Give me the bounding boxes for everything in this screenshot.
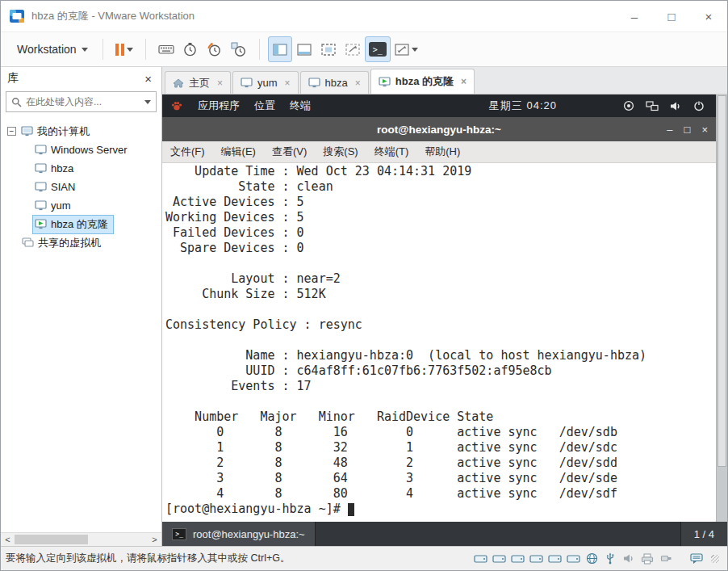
screen-record-icon[interactable] <box>623 100 634 111</box>
suspend-vm-button[interactable] <box>111 36 137 62</box>
workstation-menu-label: Workstation <box>17 43 77 56</box>
menu-file[interactable]: 文件(F) <box>170 145 205 159</box>
task-label: root@hexiangyu-hbza:~ <box>193 528 305 540</box>
snapshot-manager-button[interactable] <box>227 36 251 62</box>
tree-item-shared-vms[interactable]: 共享的虚拟机 <box>1 233 161 252</box>
terminal-window-controls: – □ × <box>667 117 708 141</box>
menu-help[interactable]: 帮助(H) <box>425 145 460 159</box>
sound-card-icon[interactable] <box>621 552 636 566</box>
terminal-cursor <box>348 503 355 516</box>
tree-item-hbza[interactable]: hbza <box>1 159 161 178</box>
keyboard-icon <box>158 43 174 56</box>
usb-controller-icon[interactable] <box>603 552 617 566</box>
tab-home[interactable]: 主页 × <box>165 71 231 94</box>
hard-disk-icon[interactable] <box>547 552 562 566</box>
hard-disk-icon[interactable] <box>529 552 543 566</box>
network-icon[interactable] <box>646 101 659 111</box>
unity-mode-button[interactable] <box>341 36 365 62</box>
guest-taskbar: >_ root@hexiangyu-hbza:~ 1 / 4 <box>162 522 727 546</box>
terminal-prompt: [root@hexiangyu-hbza ~]# <box>165 502 348 516</box>
scrollbar-track[interactable] <box>15 533 148 546</box>
maximize-button[interactable]: □ <box>653 1 690 31</box>
terminal-app-menu[interactable]: 终端 <box>290 99 311 113</box>
terminal-minimize-button[interactable]: – <box>667 124 672 136</box>
tab-label: hbza 的克隆 <box>395 74 454 89</box>
window-titlebar: hbza 的克隆 - VMware Workstation – □ × <box>1 1 727 31</box>
close-button[interactable]: × <box>690 1 727 31</box>
vm-icon <box>308 78 320 88</box>
library-panel: 库 × − 我的计算机 <box>1 67 162 546</box>
menu-search[interactable]: 搜索(S) <box>323 145 358 159</box>
tree-item-my-computer[interactable]: − 我的计算机 <box>1 122 161 141</box>
terminal-close-button[interactable]: × <box>701 124 708 136</box>
hard-disk-icon[interactable] <box>510 552 525 566</box>
tab-hbza-clone[interactable]: hbza 的克隆 × <box>370 69 475 94</box>
applications-menu[interactable]: 应用程序 <box>198 99 240 113</box>
usb-device-icon[interactable] <box>659 552 673 566</box>
network-adapter-icon[interactable] <box>584 552 599 566</box>
scrollbar-thumb[interactable] <box>15 535 88 544</box>
tab-label: yum <box>257 77 278 89</box>
guest-clock[interactable]: 星期三 04:20 <box>489 99 557 113</box>
menu-view[interactable]: 查看(V) <box>272 145 307 159</box>
scrollbar-thumb[interactable] <box>718 95 726 467</box>
applications-paw-icon <box>170 100 183 111</box>
show-library-button[interactable] <box>268 36 292 62</box>
power-icon[interactable] <box>693 100 705 111</box>
take-snapshot-button[interactable] <box>178 36 203 62</box>
tab-yum[interactable]: yum × <box>232 71 299 94</box>
terminal-text: Update Time : Wed Oct 23 04:14:31 2019 S… <box>165 164 713 502</box>
menu-edit[interactable]: 编辑(E) <box>221 145 256 159</box>
stretch-guest-button[interactable] <box>391 36 422 62</box>
vm-console: 应用程序 位置 终端 星期三 04:20 <box>162 94 727 546</box>
resize-grip[interactable] <box>711 555 719 563</box>
library-close-icon[interactable]: × <box>141 72 155 86</box>
hard-disk-icon[interactable] <box>473 552 487 566</box>
chevron-down-icon[interactable] <box>144 100 151 104</box>
tab-label: hbza <box>325 77 348 89</box>
terminal-titlebar[interactable]: root@hexiangyu-hbza:~ – □ × <box>162 117 716 141</box>
message-log-icon[interactable] <box>689 552 704 566</box>
workstation-menu-button[interactable]: Workstation <box>10 38 94 61</box>
tree-item-yum[interactable]: yum <box>1 196 161 215</box>
tree-item-label: hbza <box>51 162 73 174</box>
terminal-maximize-button[interactable]: □ <box>684 124 691 136</box>
hard-disk-icon[interactable] <box>566 552 580 566</box>
tree-item-windows-server[interactable]: Windows Server <box>1 141 161 159</box>
send-ctrl-alt-del-button[interactable] <box>154 36 178 62</box>
minimize-button[interactable]: – <box>616 1 653 31</box>
vm-icon <box>35 182 47 192</box>
search-input[interactable] <box>26 96 140 107</box>
guest-tray <box>623 100 708 111</box>
scroll-left-icon[interactable]: < <box>1 533 15 546</box>
terminal-output[interactable]: Update Time : Wed Oct 23 04:14:31 2019 S… <box>162 163 716 522</box>
console-view-button[interactable]: >_ <box>365 36 391 62</box>
volume-icon[interactable] <box>670 101 682 111</box>
vm-running-icon <box>379 77 391 87</box>
tab-close-icon[interactable]: × <box>355 78 361 89</box>
printer-icon[interactable] <box>640 552 655 566</box>
tab-close-icon[interactable]: × <box>285 78 291 89</box>
tree-item-label: Windows Server <box>51 144 128 156</box>
tab-hbza[interactable]: hbza × <box>300 71 369 94</box>
menu-terminal[interactable]: 终端(T) <box>374 145 409 159</box>
taskbar-terminal-button[interactable]: >_ root@hexiangyu-hbza:~ <box>162 522 316 546</box>
tab-close-icon[interactable]: × <box>461 76 467 87</box>
scroll-right-icon[interactable]: > <box>148 533 161 546</box>
show-thumbnail-bar-button[interactable] <box>292 36 316 62</box>
tab-close-icon[interactable]: × <box>217 78 223 89</box>
fullscreen-button[interactable] <box>316 36 341 62</box>
console-icon: >_ <box>369 42 387 57</box>
library-panel-icon <box>273 44 287 56</box>
hard-disk-icon[interactable] <box>492 552 506 566</box>
revert-snapshot-button[interactable] <box>203 36 227 62</box>
tree-item-sian[interactable]: SIAN <box>1 178 161 196</box>
library-search <box>6 91 157 112</box>
library-horizontal-scrollbar[interactable]: < > <box>1 532 161 546</box>
workspace-indicator[interactable]: 1 / 4 <box>680 522 727 546</box>
tree-item-hbza-clone[interactable]: hbza 的克隆 <box>1 215 161 233</box>
console-vertical-scrollbar[interactable] <box>716 94 727 522</box>
library-header: 库 × <box>1 67 161 90</box>
collapse-icon[interactable]: − <box>7 127 16 136</box>
places-menu[interactable]: 位置 <box>254 99 275 113</box>
